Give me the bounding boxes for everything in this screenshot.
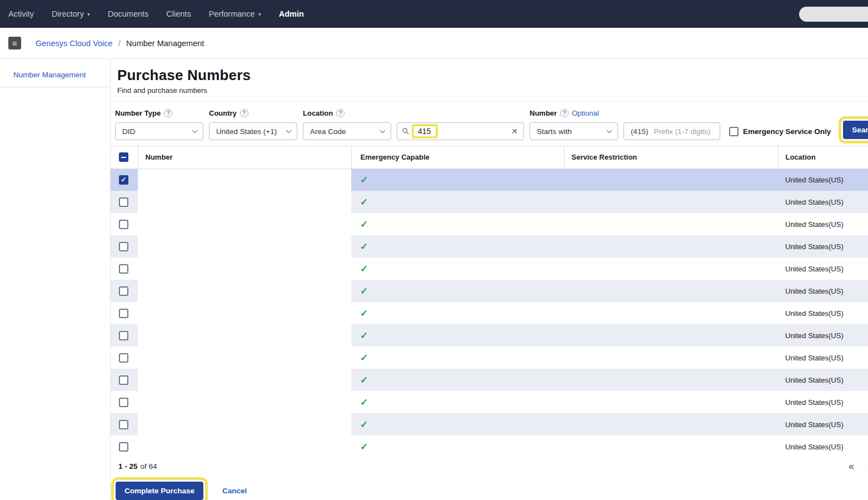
table-row[interactable]: ✓United States(US) — [111, 369, 868, 391]
help-icon[interactable]: ? — [164, 109, 172, 117]
location-type-select[interactable]: Area Code — [303, 122, 391, 140]
emergency-capable-cell: ✓ — [351, 169, 564, 191]
nav-item-directory[interactable]: Directory▾ — [52, 9, 90, 18]
table-row[interactable]: ✓United States(US) — [111, 391, 868, 413]
search-button[interactable]: Search — [843, 121, 868, 139]
row-checkbox[interactable]: ✓ — [119, 175, 128, 185]
number-cell — [138, 213, 351, 235]
number-type-label: Number Type — [115, 109, 161, 117]
row-checkbox[interactable] — [119, 375, 128, 385]
table-row[interactable]: ✓United States(US) — [111, 302, 868, 324]
emergency-capable-cell: ✓ — [351, 435, 564, 456]
nav-item-label: Activity — [8, 9, 34, 18]
pagination-total: of 64 — [141, 462, 157, 471]
number-prefix-value: (415) — [631, 127, 648, 136]
emergency-capable-check-icon: ✓ — [360, 264, 368, 274]
number-type-select[interactable]: DID — [115, 122, 203, 140]
service-restriction-cell — [564, 369, 778, 391]
location-cell: United States(US) — [778, 324, 868, 346]
help-icon[interactable]: ? — [336, 109, 345, 117]
nav-item-activity[interactable]: Activity — [8, 9, 34, 18]
row-checkbox[interactable] — [119, 331, 128, 340]
clear-search-button[interactable]: ✕ — [511, 127, 518, 136]
chevron-down-icon — [380, 127, 386, 133]
nav-item-label: Admin — [279, 9, 304, 18]
service-restriction-cell — [564, 302, 778, 324]
number-cell — [138, 235, 351, 258]
hamburger-icon: ≡ — [12, 39, 17, 47]
emergency-capable-cell: ✓ — [351, 191, 564, 213]
pagination-bar: 1 - 25 of 64 « » — [111, 456, 868, 476]
table-row[interactable]: ✓United States(US) — [111, 280, 868, 302]
complete-purchase-button[interactable]: Complete Purchase — [116, 482, 203, 500]
menu-toggle-button[interactable]: ≡ — [8, 37, 21, 49]
emergency-capable-check-icon: ✓ — [360, 419, 368, 430]
nav-item-performance[interactable]: Performance▾ — [209, 9, 261, 18]
row-checkbox[interactable] — [119, 197, 128, 207]
row-checkbox[interactable] — [119, 242, 128, 251]
global-search-input[interactable] — [799, 7, 868, 22]
row-checkbox[interactable] — [119, 442, 128, 452]
emergency-service-only-checkbox[interactable] — [729, 127, 739, 136]
table-row[interactable]: ✓United States(US) — [111, 435, 868, 456]
chevron-down-icon — [192, 127, 198, 133]
page-subtitle: Find and purchase numbers — [117, 86, 857, 95]
row-checkbox[interactable] — [119, 398, 128, 407]
nav-item-label: Documents — [108, 9, 148, 18]
breadcrumb-current: Number Management — [126, 39, 204, 48]
number-cell — [138, 369, 351, 391]
emergency-service-only-label: Emergency Service Only — [743, 127, 831, 136]
help-icon[interactable]: ? — [240, 109, 248, 117]
table-row[interactable]: ✓United States(US) — [111, 324, 868, 346]
row-checkbox[interactable] — [119, 353, 128, 363]
column-header-emergency-capable: Emergency Capable — [351, 146, 564, 169]
sidebar-item-number-management[interactable]: Number Management — [0, 59, 110, 87]
country-select[interactable]: United States (+1) — [209, 122, 297, 140]
cancel-button[interactable]: Cancel — [219, 486, 250, 496]
row-checkbox[interactable] — [119, 264, 128, 274]
table-row[interactable]: ✓United States(US) — [111, 413, 868, 435]
help-icon[interactable]: ? — [560, 109, 568, 117]
table-header-row: Number Emergency Capable Service Restric… — [111, 146, 868, 169]
table-row[interactable]: ✓United States(US) — [111, 191, 868, 213]
nav-item-clients[interactable]: Clients — [166, 9, 191, 18]
page-title: Purchase Numbers — [117, 67, 857, 83]
row-checkbox[interactable] — [119, 309, 128, 318]
filter-number-type: Number Type ? DID — [115, 108, 203, 140]
nav-item-documents[interactable]: Documents — [108, 9, 148, 18]
sidebar: Number Management — [0, 59, 111, 500]
previous-page-button[interactable]: « — [849, 461, 854, 471]
number-type-value: DID — [122, 127, 135, 136]
row-checkbox[interactable] — [119, 220, 128, 229]
table-row[interactable]: ✓United States(US) — [111, 346, 868, 369]
location-cell: United States(US) — [778, 280, 868, 302]
service-restriction-cell — [564, 346, 778, 369]
search-button-highlight: Search — [843, 121, 868, 139]
table-row[interactable]: ✓United States(US) — [111, 213, 868, 235]
footer-actions: Complete Purchase Cancel — [111, 476, 868, 500]
nav-item-label: Clients — [166, 9, 191, 18]
nav-item-admin[interactable]: Admin — [279, 9, 304, 18]
emergency-capable-cell: ✓ — [351, 391, 564, 413]
column-header-service-restriction: Service Restriction — [564, 146, 778, 169]
service-restriction-cell — [564, 435, 778, 456]
nav-item-label: Performance — [209, 9, 255, 18]
number-cell — [138, 391, 351, 413]
table-row[interactable]: ✓United States(US) — [111, 258, 868, 280]
caret-down-icon: ▾ — [87, 11, 90, 17]
area-code-search-input[interactable]: 415 ✕ — [397, 122, 524, 140]
location-cell: United States(US) — [778, 169, 868, 191]
country-value: United States (+1) — [216, 127, 277, 136]
row-checkbox[interactable] — [119, 420, 128, 429]
number-cell — [138, 302, 351, 324]
select-all-checkbox[interactable] — [119, 152, 128, 162]
breadcrumb-parent-link[interactable]: Genesys Cloud Voice — [36, 39, 113, 48]
number-prefix-input[interactable]: (415) Prefix (1-7 digits) — [623, 122, 720, 140]
table-row[interactable]: ✓United States(US) — [111, 235, 868, 258]
location-type-value: Area Code — [310, 127, 346, 136]
number-cell — [138, 346, 351, 369]
number-cell — [138, 280, 351, 302]
row-checkbox[interactable] — [119, 286, 128, 296]
table-row[interactable]: ✓✓United States(US) — [111, 169, 868, 191]
number-match-select[interactable]: Starts with — [530, 122, 618, 140]
